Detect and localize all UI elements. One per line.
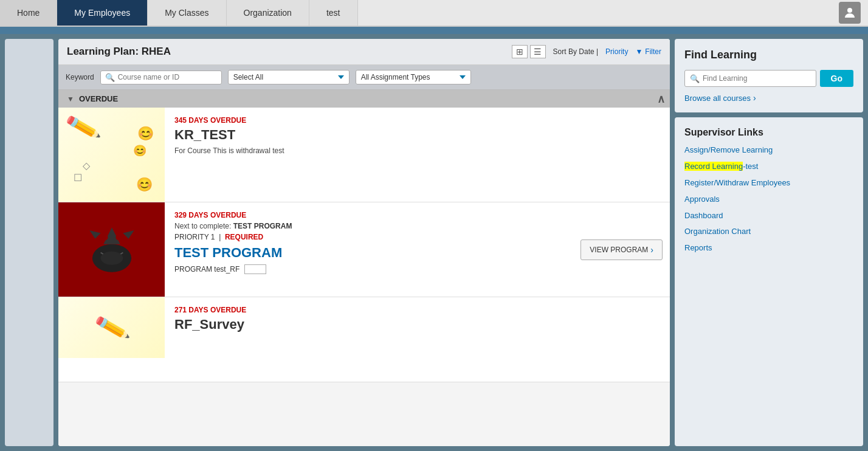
center-panel: Learning Plan: RHEA ⊞ ☰ Sort By Date | P…	[58, 39, 670, 446]
view-list-button[interactable]: ☰	[530, 45, 546, 58]
dashboard-link[interactable]: Dashboard	[684, 211, 853, 221]
filter-button[interactable]: ▼ Filter	[635, 47, 661, 56]
nav-tab-home[interactable]: Home	[0, 0, 57, 26]
rf-input-box[interactable]	[244, 264, 266, 274]
overdue-days-1: 345 DAYS OVERDUE	[174, 116, 660, 125]
course-item-2: 329 DAYS OVERDUE Next to complete: TEST …	[58, 202, 670, 297]
blue-band	[0, 27, 868, 34]
list-icon: ☰	[534, 47, 542, 57]
view-icons: ⊞ ☰	[512, 45, 546, 58]
program-sub-label: PROGRAM test_RF	[174, 265, 239, 274]
user-avatar[interactable]	[839, 2, 861, 24]
hand-pen-icon: ✏️	[92, 309, 131, 346]
right-panel: Find Learning 🔍 Go Browse all courses › …	[675, 39, 863, 446]
find-learning-box: Find Learning 🔍 Go Browse all courses ›	[675, 39, 863, 112]
view-program-label: VIEW PROGRAM	[590, 246, 648, 254]
assignment-types-chevron-icon	[460, 75, 466, 79]
overdue-days-2: 329 DAYS OVERDUE	[174, 211, 571, 219]
assignment-types-dropdown[interactable]: All Assignment Types	[356, 70, 471, 84]
hand-pencil-icon: ✏️	[64, 109, 102, 146]
browse-all-courses-link[interactable]: Browse all courses ›	[684, 93, 853, 103]
find-learning-input[interactable]	[703, 74, 811, 83]
svg-point-0	[847, 8, 852, 13]
select-all-label: Select All	[233, 73, 263, 81]
priority-value: PRIORITY 1	[174, 233, 215, 241]
find-learning-title: Find Learning	[684, 49, 853, 61]
browse-chevron-icon: ›	[753, 93, 756, 103]
keyword-input[interactable]	[118, 73, 209, 81]
supervisor-links-title: Supervisor Links	[684, 127, 853, 138]
supervisor-links-box: Supervisor Links Assign/Remove Learning …	[675, 117, 863, 446]
panel-header: Learning Plan: RHEA ⊞ ☰ Sort By Date | P…	[58, 39, 670, 65]
view-program-button[interactable]: VIEW PROGRAM ›	[580, 239, 663, 260]
record-learning-link[interactable]: Record Learning-test	[684, 162, 853, 172]
required-label: REQUIRED	[225, 233, 263, 241]
avatar-container[interactable]	[832, 0, 868, 26]
next-complete: Next to complete: TEST PROGRAM	[174, 222, 571, 230]
reports-link[interactable]: Reports	[684, 243, 853, 253]
find-input-wrap: 🔍	[684, 70, 816, 87]
smiley-icon-3: 😊	[136, 177, 153, 193]
keyword-input-wrap: 🔍	[100, 71, 222, 84]
left-panel	[5, 39, 53, 446]
smiley-icon-1: 😊	[137, 126, 154, 142]
overdue-days-3: 271 DAYS OVERDUE	[174, 306, 660, 314]
next-complete-label: Next to complete:	[174, 222, 231, 230]
find-search-icon: 🔍	[690, 74, 700, 83]
filter-label: Filter	[645, 47, 661, 56]
overdue-section-header: ▼ OVERDUE ∧	[58, 90, 670, 108]
svg-marker-6	[123, 230, 134, 238]
course-info-1: 345 DAYS OVERDUE KR_TEST For Course This…	[165, 108, 670, 202]
grid-icon: ⊞	[516, 47, 523, 57]
search-icon: 🔍	[105, 73, 115, 82]
course-item-3: ✏️ 271 DAYS OVERDUE RF_Survey	[58, 297, 670, 382]
organization-chart-link[interactable]: Organization Chart	[684, 227, 853, 237]
record-learning-suffix: -test	[743, 162, 758, 171]
main-layout: Learning Plan: RHEA ⊞ ☰ Sort By Date | P…	[0, 34, 868, 451]
find-input-row: 🔍 Go	[684, 70, 853, 87]
checkbox-icon-2: ◇	[83, 160, 90, 171]
overdue-collapse-arrow[interactable]: ▼	[67, 95, 74, 103]
go-button[interactable]: Go	[820, 70, 853, 87]
view-grid-button[interactable]: ⊞	[512, 45, 528, 58]
register-withdraw-link[interactable]: Register/Withdraw Employees	[684, 178, 853, 188]
assign-remove-link[interactable]: Assign/Remove Learning	[684, 145, 853, 156]
checkbox-icon-1: ☐	[74, 172, 82, 184]
course-item: ✏️ 😊 😊 ☐ ◇ 😊 345 DAYS OVERDUE KR_TEST Fo…	[58, 108, 670, 202]
nav-tab-my-employees[interactable]: My Employees	[57, 0, 148, 26]
svg-point-3	[102, 235, 108, 240]
sort-priority-link[interactable]: Priority	[605, 47, 628, 56]
select-all-dropdown[interactable]: Select All	[228, 70, 350, 84]
svg-marker-5	[89, 230, 100, 238]
course-thumbnail-1: ✏️ 😊 😊 ☐ ◇ 😊	[58, 108, 165, 202]
panel-title: Learning Plan: RHEA	[67, 46, 505, 58]
smiley-icon-2: 😊	[133, 144, 146, 157]
nav-tab-my-classes[interactable]: My Classes	[148, 0, 226, 26]
course-name-3[interactable]: RF_Survey	[174, 317, 660, 332]
keyword-bar: Keyword 🔍 Select All All Assignment Type…	[58, 65, 670, 90]
program-name[interactable]: TEST PROGRAM	[174, 245, 571, 261]
next-complete-value: TEST PROGRAM	[233, 222, 292, 230]
svg-point-4	[115, 235, 121, 240]
nav-tab-organization[interactable]: Organization	[227, 0, 309, 26]
dragon-icon	[78, 216, 145, 283]
course-name-1[interactable]: KR_TEST	[174, 127, 660, 143]
program-sub: PROGRAM test_RF	[174, 264, 571, 274]
collapse-button[interactable]: ∧	[657, 92, 665, 106]
keyword-label: Keyword	[66, 73, 94, 81]
svg-point-7	[100, 251, 123, 264]
nav-tab-test[interactable]: test	[309, 0, 358, 26]
overdue-label: OVERDUE	[79, 94, 118, 103]
filter-icon: ▼	[635, 47, 642, 56]
course-info-2: 329 DAYS OVERDUE Next to complete: TEST …	[165, 202, 580, 297]
browse-label: Browse all courses	[684, 94, 751, 103]
approvals-link[interactable]: Approvals	[684, 195, 853, 205]
select-all-chevron-icon	[338, 75, 344, 79]
record-learning-highlight: Record Learning	[684, 162, 743, 171]
priority-line: PRIORITY 1 | REQUIRED	[174, 233, 571, 241]
course-info-3: 271 DAYS OVERDUE RF_Survey	[165, 297, 670, 382]
assignment-types-label: All Assignment Types	[361, 73, 430, 81]
sort-label: Sort By Date |	[553, 47, 598, 56]
course-thumbnail-3: ✏️	[58, 297, 165, 358]
course-desc-1: For Course This is withdrawal test	[174, 146, 660, 155]
